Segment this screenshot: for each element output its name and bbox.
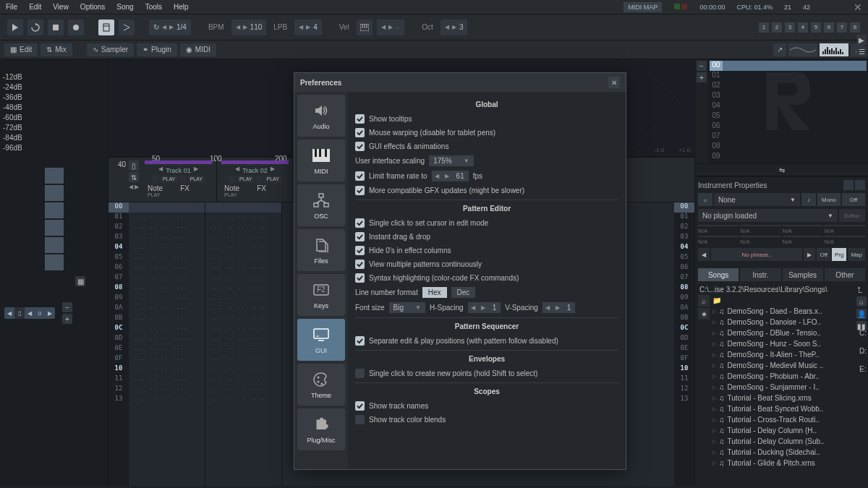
chk-gui-fx[interactable] xyxy=(355,142,365,151)
menu-help[interactable]: Help xyxy=(174,3,189,11)
fr-list-icon[interactable]: ☰ xyxy=(856,46,867,56)
scale-dropdown[interactable]: None▼ xyxy=(714,193,800,206)
chk-env-single-click[interactable] xyxy=(355,369,365,378)
fr-play-icon[interactable]: ▶ xyxy=(856,35,867,45)
phrase-display[interactable]: No phrase.. xyxy=(711,248,802,261)
chk-instant-dd[interactable] xyxy=(355,232,365,241)
window-close-icon[interactable]: ✕ xyxy=(854,1,862,13)
file-item[interactable]: ▷♫DemoSong - Phobium - Abr.. xyxy=(712,371,865,382)
phrase-next[interactable]: ▶ xyxy=(804,248,815,261)
drive-c[interactable]: C: xyxy=(859,329,867,337)
viewbtn-edit[interactable]: ▦Edit xyxy=(4,43,38,56)
preset-7[interactable]: 7 xyxy=(837,22,847,33)
browser-star-icon[interactable]: ★ xyxy=(698,308,710,320)
menu-file[interactable]: File xyxy=(6,3,17,11)
file-item[interactable]: ▷♫Tutorial - Delay Column (Sub.. xyxy=(712,436,865,447)
next-arrow-icon[interactable]: ▶ xyxy=(169,24,174,30)
file-item[interactable]: ▷♫Tutorial - Ducking (Sidechai.. xyxy=(712,447,865,458)
chk-hide-zeros[interactable] xyxy=(355,246,365,255)
seq-tool-1[interactable]: ▦ xyxy=(75,276,85,286)
stop-button[interactable] xyxy=(48,20,64,35)
viewbtn-midi[interactable]: ◉MIDI xyxy=(180,43,216,56)
track-header-1[interactable]: ◀Track 01▶ PLAYPLAY NoteFX PLAY xyxy=(140,158,217,202)
menu-view[interactable]: View xyxy=(53,3,69,11)
menu-options[interactable]: Options xyxy=(80,3,105,11)
oct-control[interactable]: ◀▶ 3 xyxy=(441,20,468,35)
inst-plus[interactable]: + xyxy=(697,72,707,82)
file-item[interactable]: ▷♫DemoSong - Danoise - LFO.. xyxy=(712,317,865,328)
file-item[interactable]: ▷♫DemoSong - Daed - Bears.x.. xyxy=(712,306,865,317)
tab-midi[interactable]: MIDI xyxy=(297,140,345,181)
dialog-close-button[interactable]: ✕ xyxy=(608,77,620,88)
fr-home-icon[interactable]: ⌂ xyxy=(856,296,867,307)
tab-instr[interactable]: Instr. xyxy=(740,268,780,281)
chk-compat-gfx[interactable] xyxy=(355,186,365,195)
sequence-position[interactable]: ◀▯◀ 0 ▶ xyxy=(4,307,55,319)
preset-5[interactable]: 5 xyxy=(811,22,821,33)
track-tool-b[interactable]: ⇅ xyxy=(129,172,139,182)
tab-gui[interactable]: GUI xyxy=(297,319,345,361)
browser-search-icon[interactable]: ⌕ xyxy=(698,295,710,307)
preset-2[interactable]: 2 xyxy=(772,22,782,33)
vspace-spinner[interactable]: ◀▶1 xyxy=(542,302,576,313)
chk-mouse-warp[interactable] xyxy=(355,128,365,137)
inst-slot-08[interactable]: 08 xyxy=(710,142,867,152)
viewbtn-plugin[interactable]: ⚭Plugin xyxy=(137,43,177,56)
preset-3[interactable]: 3 xyxy=(785,22,795,33)
editor-button[interactable]: Editor xyxy=(839,209,865,222)
file-list[interactable]: 📁 ▷♫DemoSong - Daed - Bears.x..▷♫DemoSon… xyxy=(712,295,865,486)
preset-1[interactable]: 1 xyxy=(759,22,769,33)
fontsize-dropdown[interactable]: Big▼ xyxy=(389,302,425,313)
file-item[interactable]: ▷♫DemoSong - DBlue - Tensio.. xyxy=(712,328,865,338)
up-folder-icon[interactable]: ⮤ xyxy=(856,286,864,294)
track-tool-a[interactable]: ▯ xyxy=(129,160,139,171)
preset-8[interactable]: 8 xyxy=(850,22,860,33)
drive-e[interactable]: E: xyxy=(859,365,867,373)
tab-osc[interactable]: OSC xyxy=(297,184,345,226)
bpm-control[interactable]: ◀▶ 110 xyxy=(231,20,267,35)
chk-show-track-names[interactable] xyxy=(355,401,365,411)
tab-samples[interactable]: Samples xyxy=(783,268,823,281)
fps-spinner[interactable]: ◀▶61 xyxy=(432,171,469,181)
tab-audio[interactable]: Audio xyxy=(297,95,345,137)
file-item[interactable]: ▷♫Tutorial - Delay Column (H.. xyxy=(712,425,865,436)
seq-minus[interactable]: − xyxy=(62,302,72,312)
chk-single-click-cursor[interactable] xyxy=(355,218,365,228)
tab-keys[interactable]: F2Keys xyxy=(297,274,345,316)
preset-4[interactable]: 4 xyxy=(798,22,808,33)
file-item[interactable]: ▷♫DemoSong - Medievil Music .. xyxy=(712,360,865,371)
phrase-map[interactable]: Map xyxy=(848,248,865,261)
play-button[interactable] xyxy=(7,20,23,35)
layout-icon-2[interactable] xyxy=(855,180,865,190)
viewbtn-mix[interactable]: ⇅Mix xyxy=(41,43,72,56)
menu-song[interactable]: Song xyxy=(116,3,133,11)
chk-syntax-hl[interactable] xyxy=(355,273,365,283)
tab-other[interactable]: Other xyxy=(825,268,865,281)
linefmt-dec[interactable]: Dec xyxy=(451,287,476,298)
tuning-fork-icon[interactable]: ♪ xyxy=(801,193,816,206)
follow-button[interactable] xyxy=(119,20,135,35)
file-item[interactable]: ▷♫DemoSong - Sunjammer - I.. xyxy=(712,382,865,393)
chk-view-multi[interactable] xyxy=(355,260,365,269)
chk-limit-fps[interactable] xyxy=(355,171,365,181)
folder-item[interactable]: 📁 xyxy=(712,295,865,306)
waveform-preview[interactable] xyxy=(788,43,817,56)
spectrum-preview[interactable] xyxy=(820,43,848,56)
file-item[interactable]: ▷♫Tutorial - Beat Synced Wobb.. xyxy=(712,403,865,414)
drive-d[interactable]: D: xyxy=(859,347,867,355)
pattern-select[interactable]: ↻ ◀ ▶ 1/4 xyxy=(149,20,191,35)
inst-slot-09[interactable]: 09 xyxy=(710,152,867,162)
detach-button[interactable]: ↗ xyxy=(773,43,786,56)
chk-show-track-colors[interactable] xyxy=(355,415,365,424)
file-item[interactable]: ▷♫DemoSong - Hunz - Soon S.. xyxy=(712,338,865,349)
phrase-prg[interactable]: Prg xyxy=(832,248,846,261)
ui-scale-dropdown[interactable]: 175%▼ xyxy=(429,155,474,166)
phrase-prev[interactable]: ◀ xyxy=(698,248,710,261)
tab-files[interactable]: Files xyxy=(297,229,345,271)
menu-edit[interactable]: Edit xyxy=(29,3,41,11)
file-item[interactable]: ▷♫Tutorial - Beat Slicing.xrns xyxy=(712,393,865,403)
off-button[interactable]: Off xyxy=(842,193,865,206)
track-header-2[interactable]: ◀Track 02▶ PLAYPLAY NoteFX PLAY xyxy=(217,158,294,202)
edit-mode-button[interactable] xyxy=(98,20,114,35)
file-item[interactable]: ▷♫Tutorial - Glide & Pitch.xrns xyxy=(712,458,865,468)
